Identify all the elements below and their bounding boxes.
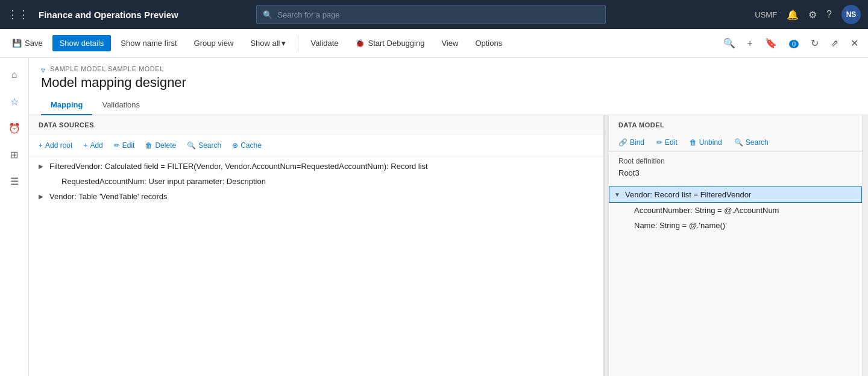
user-avatar[interactable]: NS: [841, 5, 861, 24]
refresh-toolbar-icon[interactable]: ↻: [806, 34, 823, 53]
data-sources-toolbar: + Add root + Add ✏ Edit 🗑 Delete: [29, 135, 603, 156]
expand-filtered-vendor-icon[interactable]: ▶: [39, 163, 47, 170]
search-toolbar-icon[interactable]: 🔍: [719, 34, 740, 53]
show-name-first-button[interactable]: Show name first: [113, 35, 184, 51]
debug-icon: 🐞: [355, 39, 365, 48]
expand-vendor-icon[interactable]: ▶: [39, 193, 47, 200]
bind-button[interactable]: 🔗 Bind: [614, 136, 649, 149]
page-header: ▿ SAMPLE MODEL SAMPLE MODEL Model mappin…: [29, 58, 868, 115]
edit-icon: ✏: [114, 141, 120, 150]
open-new-icon[interactable]: ⇗: [826, 34, 843, 53]
top-nav-bar: ⋮⋮ Finance and Operations Preview 🔍 USMF…: [0, 0, 868, 29]
sidebar-icon-workspaces[interactable]: ⊞: [2, 142, 27, 167]
bind-icon: 🔗: [618, 138, 627, 147]
group-view-button[interactable]: Group view: [187, 35, 241, 51]
sidebar-icon-home[interactable]: ⌂: [2, 63, 27, 87]
save-icon: 💾: [12, 39, 22, 48]
root-definition-label: Root definition: [618, 157, 852, 165]
app-grid-icon[interactable]: ⋮⋮: [7, 8, 29, 21]
global-search-input[interactable]: [277, 10, 599, 19]
app-title: Finance and Operations Preview: [39, 10, 178, 20]
cache-icon: ⊕: [232, 141, 238, 150]
show-all-button[interactable]: Show all ▾: [243, 35, 293, 51]
main-content: ▿ SAMPLE MODEL SAMPLE MODEL Model mappin…: [29, 58, 868, 376]
page-title: Model mapping designer: [41, 75, 856, 91]
root-definition-area: Root definition Root3: [609, 152, 862, 184]
data-model-toolbar: 🔗 Bind ✏ Edit 🗑 Unbind 🔍 Search: [609, 133, 862, 152]
page-tabs: Mapping Validations: [41, 95, 856, 115]
tab-mapping[interactable]: Mapping: [41, 95, 92, 115]
dm-tree-item-account-number[interactable]: ▶ AccountNumber: String = @.AccountNum: [609, 203, 862, 218]
validate-button[interactable]: Validate: [303, 35, 345, 51]
dm-tree-item-vendor[interactable]: ▼ Vendor: Record list = FilteredVendor: [609, 186, 862, 203]
bookmark-toolbar-icon[interactable]: 🔖: [760, 34, 782, 53]
search-datasource-icon: 🔍: [187, 141, 196, 150]
add-root-plus-icon: +: [39, 141, 43, 150]
delete-icon: 🗑: [145, 141, 153, 150]
data-sources-tree: ▶ FilteredVendor: Calculated field = FIL…: [29, 156, 603, 376]
dm-edit-button[interactable]: ✏ Edit: [652, 136, 682, 149]
show-details-button[interactable]: Show details: [52, 35, 112, 51]
filter-icon[interactable]: ▿: [41, 65, 45, 75]
root-definition-value: Root3: [618, 167, 852, 179]
unbind-icon: 🗑: [690, 138, 697, 147]
search-dm-button[interactable]: 🔍 Search: [729, 136, 773, 149]
right-scrollbar[interactable]: [862, 115, 868, 376]
pin-toolbar-icon[interactable]: +: [743, 34, 758, 53]
notification-icon[interactable]: 🔔: [787, 9, 799, 21]
close-toolbar-icon[interactable]: ✕: [846, 34, 863, 53]
settings-icon[interactable]: ⚙: [808, 9, 817, 21]
sidebar-icon-recent[interactable]: ⏰: [2, 116, 27, 140]
tree-item-vendor[interactable]: ▶ Vendor: Table 'VendTable' records: [29, 189, 603, 204]
badge-icon[interactable]: 0: [784, 34, 804, 53]
toolbar-separator-1: [298, 35, 298, 52]
save-button[interactable]: 💾 Save: [5, 35, 50, 51]
search-dm-icon: 🔍: [734, 138, 743, 147]
main-toolbar: 💾 Save Show details Show name first Grou…: [0, 29, 868, 58]
help-icon[interactable]: ?: [826, 9, 832, 20]
delete-button[interactable]: 🗑 Delete: [140, 139, 181, 152]
env-label: USMF: [755, 10, 777, 19]
dm-collapse-vendor-icon[interactable]: ▼: [614, 191, 623, 198]
dm-edit-icon: ✏: [656, 138, 662, 147]
dm-tree-item-name[interactable]: ▶ Name: String = @.'name()': [609, 218, 862, 233]
data-model-tree: ▼ Vendor: Record list = FilteredVendor ▶…: [609, 184, 862, 376]
toolbar-right-actions: 🔍 + 🔖 0 ↻ ⇗ ✕: [719, 34, 863, 53]
tree-item-filtered-vendor[interactable]: ▶ FilteredVendor: Calculated field = FIL…: [29, 159, 603, 174]
options-button[interactable]: Options: [468, 35, 509, 51]
top-nav-right: USMF 🔔 ⚙ ? NS: [755, 5, 861, 24]
cache-button[interactable]: ⊕ Cache: [227, 139, 266, 152]
unbind-button[interactable]: 🗑 Unbind: [685, 136, 727, 149]
chevron-down-icon: ▾: [281, 39, 286, 48]
breadcrumb: SAMPLE MODEL SAMPLE MODEL: [50, 65, 164, 72]
start-debugging-button[interactable]: 🐞 Start Debugging: [348, 35, 432, 51]
content-area: DATA SOURCES + Add root + Add ✏ Edit: [29, 115, 868, 376]
view-button[interactable]: View: [434, 35, 465, 51]
tree-item-requested-account[interactable]: ▶ RequestedAccountNum: User input parame…: [29, 174, 603, 189]
data-model-panel: DATA MODEL 🔗 Bind ✏ Edit 🗑 Unbind: [609, 115, 862, 376]
data-model-header: DATA MODEL: [609, 115, 862, 133]
search-icon: 🔍: [263, 10, 272, 19]
sidebar-icon-modules[interactable]: ☰: [2, 169, 27, 193]
add-root-button[interactable]: + Add root: [34, 139, 77, 152]
global-search-bar[interactable]: 🔍: [256, 5, 606, 24]
add-button[interactable]: + Add: [78, 139, 107, 152]
data-sources-header: DATA SOURCES: [29, 115, 603, 135]
left-sidebar: ⌂ ☆ ⏰ ⊞ ☰: [0, 58, 29, 376]
page-layout: ⌂ ☆ ⏰ ⊞ ☰ ▿ SAMPLE MODEL SAMPLE MODEL Mo…: [0, 58, 868, 376]
add-plus-icon: +: [83, 141, 87, 150]
search-datasource-button[interactable]: 🔍 Search: [182, 139, 226, 152]
tab-validations[interactable]: Validations: [92, 95, 149, 115]
data-sources-panel: DATA SOURCES + Add root + Add ✏ Edit: [29, 115, 605, 376]
edit-button[interactable]: ✏ Edit: [109, 139, 140, 152]
sidebar-icon-favorites[interactable]: ☆: [2, 89, 27, 113]
